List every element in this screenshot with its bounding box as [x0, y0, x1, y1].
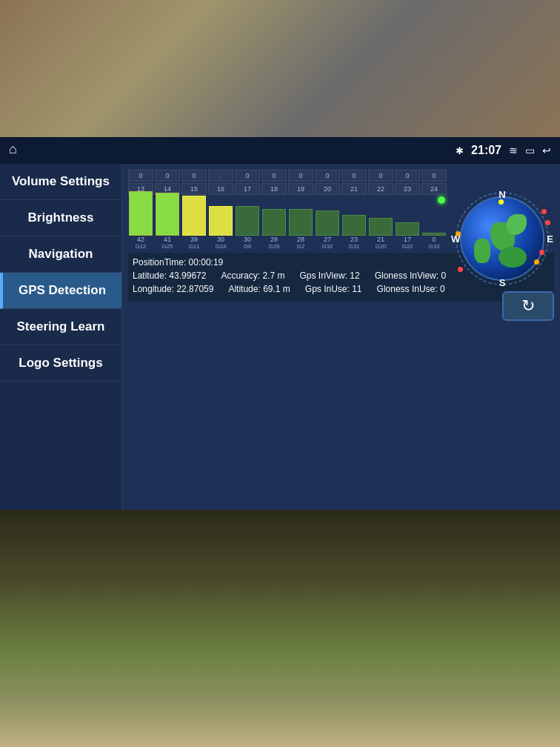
bar-value-label: 42	[137, 236, 144, 243]
signal-bar-G25: 41G25	[155, 193, 180, 250]
bar-block	[129, 191, 153, 236]
gloness-in-use: Gloness InUse: 0	[377, 284, 445, 294]
status-bar: ⌂ ✱ 21:07 ≋ ▭ ↩	[0, 137, 560, 164]
signal-cell: 0	[368, 170, 393, 182]
time-display: 21:07	[471, 144, 501, 157]
signal-top-row: 0 0 0 . 0 0 0 0 0 0 0 0	[128, 170, 554, 182]
signal-cell: 23	[395, 183, 420, 195]
bar-value-label: 30	[244, 236, 251, 243]
bar-value-label: 28	[297, 236, 304, 243]
signal-icon: ≋	[509, 145, 518, 156]
bar-satellite-label: G22	[401, 243, 413, 250]
bar-value-label: 30	[217, 236, 224, 243]
bar-value-label: 39	[190, 236, 198, 243]
home-icon: ⌂	[9, 142, 17, 157]
main-content: Volume Settings Brightness Navigation GP…	[0, 164, 560, 510]
bar-satellite-label: G25	[161, 243, 173, 250]
signal-cell: 0	[341, 170, 367, 182]
refresh-icon: ↻	[521, 296, 535, 316]
signal-cell: 24	[421, 183, 447, 195]
bar-satellite-label: G24	[215, 243, 226, 250]
bar-block	[262, 209, 286, 236]
bar-value-label: 17	[404, 236, 411, 243]
altitude: Altitude: 69.1 m	[228, 284, 290, 294]
sidebar-item-logo-settings[interactable]: Logo Settings	[0, 345, 121, 382]
bar-block	[316, 210, 339, 236]
gps-in-use: Gps InUse: 11	[305, 284, 362, 294]
sidebar-item-steering-learn[interactable]: Steering Learn	[0, 309, 121, 345]
signal-cell: 0	[235, 170, 260, 182]
bar-value-label: 27	[324, 236, 331, 243]
bar-value-label: 23	[350, 236, 358, 243]
bar-satellite-label: G20	[375, 243, 386, 250]
signal-cell: 18	[261, 183, 287, 195]
signal-bar-G11: 39G11	[181, 196, 207, 250]
compass-east: E	[547, 233, 553, 245]
refresh-button[interactable]: ↻	[502, 291, 554, 321]
signal-cell: 16	[208, 183, 233, 195]
gps-signal-indicator	[438, 196, 445, 204]
bar-block	[369, 218, 393, 236]
compass-north: N	[499, 189, 505, 200]
sidebar-item-navigation[interactable]: Navigation	[0, 236, 121, 273]
compass: N S E W ↻	[450, 190, 554, 309]
bar-block	[209, 206, 233, 236]
gps-panel: 0 0 0 . 0 0 0 0 0 0 0 0 13 14 15 16 17 1…	[122, 164, 560, 510]
accuracy: Accuracy: 2.7 m	[221, 270, 284, 281]
bar-value-label: 21	[377, 236, 384, 243]
signal-bar-G2: 28G2	[288, 209, 313, 250]
position-time: PositionTime: 00:00:19	[133, 257, 223, 268]
signal-cell: 22	[368, 183, 393, 195]
signal-bar-G33: 0G33	[421, 233, 447, 250]
bar-satellite-label: G29	[268, 243, 279, 250]
bar-value-label: 41	[164, 236, 171, 243]
signal-cell: 0	[315, 170, 340, 182]
signal-bar-G31: 23G31	[341, 215, 367, 250]
bar-block	[156, 193, 179, 236]
bar-satellite-label: G2	[297, 243, 305, 250]
signal-cell: 0	[288, 170, 313, 182]
bar-satellite-label: G31	[348, 243, 359, 250]
bar-satellite-label: G6	[244, 243, 252, 250]
bluetooth-icon: ✱	[456, 145, 464, 156]
gps-in-view: Gps InView: 12	[299, 270, 359, 281]
bar-value-label: 28	[270, 236, 278, 243]
longitude: Longitude: 22.87059	[133, 284, 213, 294]
compass-south: S	[499, 277, 506, 288]
device-screen: ⌂ ✱ 21:07 ≋ ▭ ↩ Volume Settings Brightne…	[0, 137, 560, 510]
signal-cell: 20	[315, 183, 340, 195]
bar-block	[289, 209, 313, 236]
signal-bar-G20: 21G20	[368, 218, 393, 250]
signal-bar-G12: 42G12	[128, 191, 153, 250]
signal-cell: 0	[181, 170, 207, 182]
bar-satellite-label: G12	[135, 243, 146, 250]
signal-bar-G29: 28G29	[261, 209, 287, 250]
signal-cell: 0	[128, 170, 153, 182]
signal-cell: 0	[421, 170, 447, 182]
window-icon: ▭	[525, 145, 535, 156]
bar-block	[236, 206, 259, 236]
bar-block	[396, 222, 419, 236]
signal-bar-G24: 30G24	[208, 206, 233, 250]
bar-satellite-label: G33	[428, 243, 439, 250]
bar-block	[182, 196, 206, 236]
signal-cell: 0	[261, 170, 287, 182]
bar-satellite-label: G11	[188, 243, 199, 250]
signal-cell: 0	[395, 170, 420, 182]
signal-cell: 17	[235, 183, 260, 195]
signal-bar-G22: 17G22	[395, 222, 420, 250]
sidebar-item-brightness[interactable]: Brightness	[0, 200, 121, 236]
gloness-in-view: Gloness InView: 0	[375, 270, 447, 281]
sidebar-item-volume-settings[interactable]: Volume Settings	[0, 164, 121, 200]
bar-value-label: 0	[432, 236, 436, 243]
signal-cell: 21	[341, 183, 367, 195]
signal-cell: .	[208, 170, 233, 182]
bar-block	[342, 215, 366, 236]
back-icon: ↩	[542, 145, 551, 156]
signal-bar-G6: 30G6	[235, 206, 260, 250]
sidebar-item-gps-detection[interactable]: GPS Detection	[0, 273, 121, 309]
sidebar: Volume Settings Brightness Navigation GP…	[0, 164, 122, 510]
signal-cell: 19	[288, 183, 313, 195]
bar-satellite-label: G32	[321, 243, 333, 250]
signal-cell: 15	[181, 183, 207, 195]
